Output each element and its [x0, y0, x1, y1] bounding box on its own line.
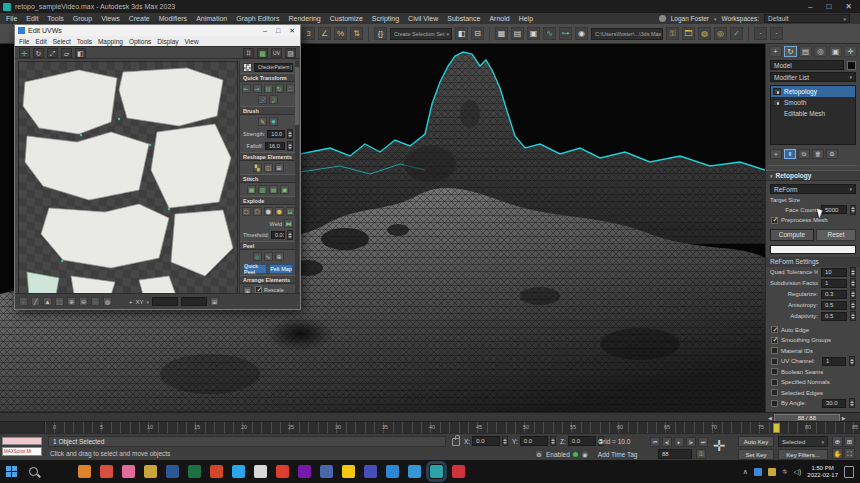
- modifier-list-dropdown[interactable]: Modifier List ▾: [770, 72, 856, 82]
- stitch-average-icon[interactable]: ▤: [269, 185, 278, 194]
- specified-normalscheckbox[interactable]: [771, 379, 778, 386]
- taskbar-clock[interactable]: 1:50 PM 2022-02-17: [807, 465, 838, 479]
- taskbar-app-icon[interactable]: [298, 465, 311, 478]
- uv-axis-label[interactable]: XY: [136, 299, 144, 305]
- setting-field[interactable]: 10: [821, 268, 847, 277]
- notification-center-icon[interactable]: [844, 466, 854, 478]
- move-brush-icon[interactable]: ✹: [269, 117, 278, 126]
- align-vertical-icon[interactable]: ⇥: [253, 84, 262, 93]
- taskbar-app-icon[interactable]: [122, 465, 135, 478]
- track-bar[interactable]: 0510152025303540455055606570758085: [0, 421, 860, 433]
- selected-edgescheckbox[interactable]: [771, 389, 778, 396]
- point-to-point-seam-icon[interactable]: ∿: [264, 252, 273, 261]
- window-minimize-button[interactable]: –: [808, 2, 812, 11]
- reshape-elements-rollout[interactable]: Reshape Elements: [240, 152, 296, 161]
- uv-menu-mapping[interactable]: Mapping: [98, 38, 123, 45]
- edit-named-selection-sets-button[interactable]: {}: [374, 27, 387, 40]
- uv-menu-display[interactable]: Display: [157, 38, 178, 45]
- pan-hand-icon[interactable]: ✋: [832, 448, 843, 459]
- menu-edit[interactable]: Edit: [26, 15, 38, 22]
- mirror-button[interactable]: ◧: [455, 27, 468, 40]
- uv-panel-scrollbar[interactable]: [295, 61, 299, 307]
- user-caret-icon[interactable]: ▾: [714, 16, 717, 22]
- auto-edgecheckbox[interactable]: [771, 326, 778, 333]
- auto-key-button[interactable]: Auto Key: [738, 436, 774, 447]
- uv-mirror-tool[interactable]: ◧: [75, 48, 86, 58]
- edit-uvws-dialog[interactable]: Edit UVWs – □ ✕ FileEditSelectToolsMappi…: [14, 24, 301, 310]
- taskbar-app-icon[interactable]: [320, 465, 333, 478]
- taskbar-app-icon[interactable]: [166, 465, 179, 478]
- uv-close-button[interactable]: ✕: [289, 27, 295, 35]
- face-count-field[interactable]: 5000: [821, 205, 847, 214]
- render-in-cloud-button[interactable]: ✓: [730, 27, 743, 40]
- falloff-field[interactable]: 16.0: [265, 142, 285, 150]
- tab-motion[interactable]: ◎: [814, 46, 827, 57]
- flatten-custom-icon[interactable]: ⬣: [275, 207, 284, 216]
- stitch-source-icon[interactable]: ▥: [258, 185, 267, 194]
- menu-create[interactable]: Create: [129, 15, 150, 22]
- set-key-button[interactable]: Set Key: [738, 449, 774, 460]
- weld-icon[interactable]: ⧓: [284, 219, 293, 228]
- tab-utilities[interactable]: ✛: [844, 46, 857, 57]
- pelt-map-button[interactable]: Pelt Map: [269, 264, 293, 274]
- uv-shrink-selection-icon[interactable]: ⊖: [79, 297, 88, 306]
- show-end-result-button[interactable]: ‖: [784, 149, 796, 159]
- by-angle-checkbox[interactable]: [771, 400, 778, 407]
- menu-file[interactable]: File: [6, 15, 17, 22]
- visibility-eye-icon[interactable]: [773, 99, 781, 106]
- menu-tools[interactable]: Tools: [47, 15, 63, 22]
- make-unique-button[interactable]: ⧉: [798, 149, 810, 159]
- rotate-ccw-icon[interactable]: |||: [264, 84, 273, 93]
- flatten-by-angle-icon[interactable]: ⬡: [242, 207, 251, 216]
- align-button[interactable]: ⊟: [471, 27, 484, 40]
- material-editor-button[interactable]: ◉: [575, 27, 588, 40]
- key-filters-button[interactable]: Key Filters...: [778, 449, 828, 460]
- stitch-target-icon[interactable]: ▣: [280, 185, 289, 194]
- setting-spinner[interactable]: [850, 267, 856, 277]
- uv-menu-edit[interactable]: Edit: [35, 38, 46, 45]
- uv-menu-select[interactable]: Select: [53, 38, 71, 45]
- relax-tool-icon[interactable]: ▚: [253, 163, 262, 172]
- option-spinner[interactable]: [849, 356, 855, 366]
- object-color-swatch[interactable]: [847, 61, 856, 70]
- menu-arnold[interactable]: Arnold: [489, 15, 509, 22]
- taskbar-app-icon[interactable]: [254, 465, 267, 478]
- toolbar-extra-icon[interactable]: ·: [770, 27, 783, 40]
- uv-menu-view[interactable]: View: [185, 38, 199, 45]
- option-field[interactable]: 1: [822, 357, 846, 366]
- uv-show-map-toggle[interactable]: UV: [271, 48, 282, 58]
- compute-button[interactable]: Compute: [770, 229, 814, 241]
- setting-field[interactable]: 0.5: [821, 312, 847, 321]
- stack-item-retopology[interactable]: Retopology: [771, 86, 855, 97]
- previous-key-button[interactable]: ◂|: [662, 437, 672, 447]
- menu-rendering[interactable]: Rendering: [288, 15, 320, 22]
- taskbar-app-icon[interactable]: [144, 465, 157, 478]
- quick-peel-button[interactable]: Quick Peel: [243, 264, 267, 274]
- smoothing-groupscheckbox[interactable]: [771, 337, 778, 344]
- taskbar-app-icon[interactable]: [342, 465, 355, 478]
- retopology-algorithm-dropdown[interactable]: ReForm ▾: [770, 184, 856, 194]
- tab-hierarchy[interactable]: ▤: [799, 46, 812, 57]
- volume-icon[interactable]: ◁): [794, 468, 802, 476]
- stitch-rollout[interactable]: Stitch: [240, 174, 296, 183]
- snap-3d-toggle[interactable]: 3: [302, 27, 315, 40]
- uv-options-icon[interactable]: ⊞: [210, 297, 219, 306]
- spinner-snap-toggle[interactable]: ⇅: [350, 27, 363, 40]
- taskbar-app-icon[interactable]: [276, 465, 289, 478]
- straighten-tool-icon[interactable]: ◫: [264, 163, 273, 172]
- explode-rollout[interactable]: Explode: [240, 196, 296, 205]
- workspace-dropdown[interactable]: Default ▾: [764, 14, 850, 23]
- threshold-field[interactable]: 0.01: [271, 231, 285, 239]
- setting-field[interactable]: 1: [821, 279, 847, 288]
- uv-move-tool[interactable]: ✛: [19, 48, 30, 58]
- menu-scripting[interactable]: Scripting: [372, 15, 399, 22]
- taskbar-app-icon[interactable]: [386, 465, 399, 478]
- uv-maximize-button[interactable]: □: [276, 27, 280, 35]
- stack-item-editable-mesh[interactable]: Editable Mesh: [771, 108, 855, 119]
- layer-explorer-toggle[interactable]: ▤: [511, 27, 524, 40]
- named-selection-set-dropdown[interactable]: Create Selection Set ▾: [390, 28, 452, 40]
- strength-field[interactable]: 10.0: [267, 130, 285, 138]
- align-grid-icon[interactable]: ∴: [286, 84, 295, 93]
- time-slider[interactable]: ◀ 88 / 88 ▶: [0, 412, 860, 421]
- tray-expand-icon[interactable]: ∧: [743, 468, 748, 476]
